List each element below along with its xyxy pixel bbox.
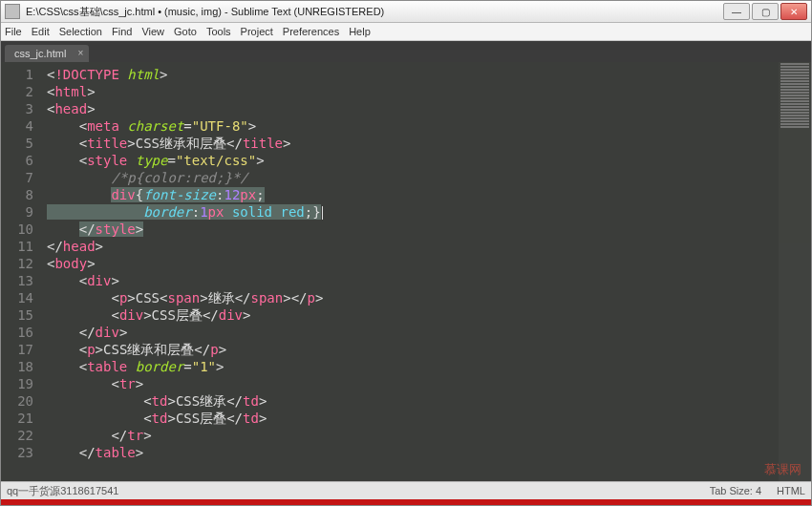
line-number: 18: [1, 358, 33, 375]
menu-preferences[interactable]: Preferences: [283, 26, 339, 37]
line-number: 10: [1, 221, 33, 238]
menu-selection[interactable]: Selection: [59, 26, 102, 37]
gutter: 1 2 3 4 5 6 7 8 9 10 11 12 13 14 15 16 1…: [1, 62, 41, 481]
code-line: </style>: [47, 221, 779, 238]
code-line: </div>: [47, 324, 779, 341]
line-number: 13: [1, 272, 33, 289]
line-number: 11: [1, 238, 33, 255]
code-line: <tr>: [47, 375, 779, 392]
line-number: 17: [1, 341, 33, 358]
code-line: <html>: [47, 83, 779, 100]
code-line: <p>CSS继承和层叠</p>: [47, 341, 779, 358]
menubar: File Edit Selection Find View Goto Tools…: [1, 23, 811, 41]
code-line: <title>CSS继承和层叠</title>: [47, 135, 779, 152]
line-number: 4: [1, 117, 33, 135]
app-icon: [5, 4, 20, 19]
tab-close-icon[interactable]: ×: [78, 48, 84, 58]
menu-goto[interactable]: Goto: [174, 26, 197, 37]
code-area[interactable]: <!DOCTYPE html><html><head> <meta charse…: [41, 62, 779, 481]
tab-label: css_jc.html: [14, 48, 66, 59]
minimize-button[interactable]: —: [723, 3, 750, 20]
menu-tools[interactable]: Tools: [206, 26, 231, 37]
line-number: 1: [1, 66, 33, 83]
titlebar: E:\CSS\css基础\css_jc.html • (music, img) …: [1, 1, 811, 23]
code-line: <meta charset="UTF-8">: [47, 117, 779, 135]
line-number: 19: [1, 375, 33, 392]
window-controls: — ▢ ✕: [723, 3, 807, 20]
menu-project[interactable]: Project: [241, 26, 273, 37]
window-title: E:\CSS\css基础\css_jc.html • (music, img) …: [26, 5, 723, 19]
code-line: border:1px solid red;}: [47, 203, 779, 221]
menu-view[interactable]: View: [141, 26, 164, 37]
code-line: </table>: [47, 444, 779, 461]
progress-bar: [1, 499, 811, 505]
line-number: 12: [1, 255, 33, 272]
line-number: 7: [1, 169, 33, 186]
status-left: qq一手货源3118617541: [7, 484, 118, 498]
code-line: </tr>: [47, 427, 779, 444]
code-line: <table border="1">: [47, 358, 779, 375]
tab-file[interactable]: css_jc.html ×: [5, 45, 89, 62]
code-line: <head>: [47, 100, 779, 117]
line-number: 2: [1, 83, 33, 100]
line-number: 22: [1, 427, 33, 444]
cursor-icon: [322, 206, 323, 220]
menu-file[interactable]: File: [5, 26, 22, 37]
code-line: div{font-size:12px;: [47, 186, 779, 203]
code-line: </head>: [47, 238, 779, 255]
status-syntax[interactable]: HTML: [777, 485, 805, 496]
code-line: <p>CSS<span>继承</span></p>: [47, 289, 779, 306]
status-tabsize[interactable]: Tab Size: 4: [710, 485, 761, 496]
close-button[interactable]: ✕: [780, 3, 807, 20]
statusbar: qq一手货源3118617541 Tab Size: 4 HTML: [1, 481, 811, 499]
code-line: <body>: [47, 255, 779, 272]
code-line: <td>CSS层叠</td>: [47, 410, 779, 427]
line-number: 8: [1, 186, 33, 203]
code-line: <td>CSS继承</td>: [47, 392, 779, 410]
code-line: <!DOCTYPE html>: [47, 66, 779, 83]
line-number: 21: [1, 410, 33, 427]
line-number: 14: [1, 289, 33, 306]
code-line: /*p{color:red;}*/: [47, 169, 779, 186]
menu-find[interactable]: Find: [112, 26, 132, 37]
minimap[interactable]: [779, 62, 811, 481]
menu-help[interactable]: Help: [349, 26, 371, 37]
line-number: 16: [1, 324, 33, 341]
line-number: 3: [1, 100, 33, 117]
line-number: 15: [1, 306, 33, 324]
line-number: 6: [1, 152, 33, 169]
line-number: 5: [1, 135, 33, 152]
code-line: <div>: [47, 272, 779, 289]
menu-edit[interactable]: Edit: [32, 26, 50, 37]
line-number: 20: [1, 392, 33, 410]
editor[interactable]: 1 2 3 4 5 6 7 8 9 10 11 12 13 14 15 16 1…: [1, 62, 811, 481]
line-number: 9: [1, 203, 33, 221]
maximize-button[interactable]: ▢: [752, 3, 779, 20]
window: E:\CSS\css基础\css_jc.html • (music, img) …: [0, 0, 812, 506]
tabbar: css_jc.html ×: [1, 41, 811, 62]
code-line: <style type="text/css">: [47, 152, 779, 169]
code-line: <div>CSS层叠</div>: [47, 306, 779, 324]
line-number: 23: [1, 444, 33, 461]
